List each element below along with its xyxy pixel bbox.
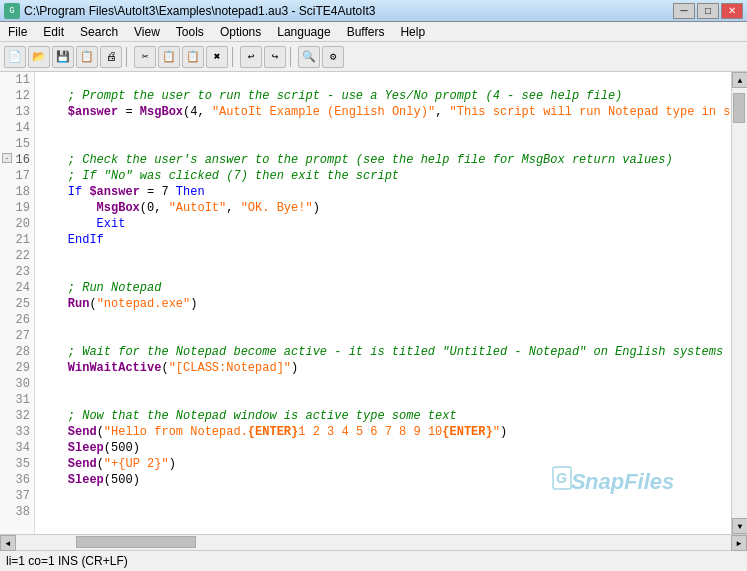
code-line-30 xyxy=(35,376,731,392)
close-button[interactable]: ✕ xyxy=(721,3,743,19)
minimize-button[interactable]: ─ xyxy=(673,3,695,19)
paste-button[interactable]: 📋 xyxy=(182,46,204,68)
gutter-line-33: 33 xyxy=(0,424,34,440)
gutter-line-13: 13 xyxy=(0,104,34,120)
gutter-line-20: 20 xyxy=(0,216,34,232)
window-title: C:\Program Files\AutoIt3\Examples\notepa… xyxy=(24,4,376,18)
code-line-12: ; Prompt the user to run the script - us… xyxy=(35,88,731,104)
code-editor[interactable]: ; Prompt the user to run the script - us… xyxy=(35,72,731,534)
code-line-18: If $answer = 7 Then xyxy=(35,184,731,200)
code-line-33: Send("Hello from Notepad.{ENTER}1 2 3 4 … xyxy=(35,424,731,440)
gutter-line-36: 36 xyxy=(0,472,34,488)
find-button[interactable]: 🔍 xyxy=(298,46,320,68)
gutter-line-28: 28 xyxy=(0,344,34,360)
menu-options[interactable]: Options xyxy=(212,23,269,41)
app-icon: G xyxy=(4,3,20,19)
code-line-15 xyxy=(35,136,731,152)
code-line-11 xyxy=(35,72,731,88)
vscroll-up-button[interactable]: ▲ xyxy=(732,72,747,88)
gutter-line-19: 19 xyxy=(0,200,34,216)
vscroll-thumb[interactable] xyxy=(733,93,745,123)
gutter-line-31: 31 xyxy=(0,392,34,408)
undo-button[interactable]: ↩ xyxy=(240,46,262,68)
code-line-34: Sleep(500) xyxy=(35,440,731,456)
settings-button[interactable]: ⚙ xyxy=(322,46,344,68)
code-line-22 xyxy=(35,248,731,264)
code-line-28: ; Wait for the Notepad become active - i… xyxy=(35,344,731,360)
code-line-31 xyxy=(35,392,731,408)
menu-language[interactable]: Language xyxy=(269,23,338,41)
gutter-line-37: 37 xyxy=(0,488,34,504)
code-line-26 xyxy=(35,312,731,328)
hscroll-left-button[interactable]: ◄ xyxy=(0,535,16,551)
code-line-24: ; Run Notepad xyxy=(35,280,731,296)
save-button[interactable]: 💾 xyxy=(52,46,74,68)
code-line-21: EndIf xyxy=(35,232,731,248)
code-line-19: MsgBox(0, "AutoIt", "OK. Bye!") xyxy=(35,200,731,216)
open-button[interactable]: 📂 xyxy=(28,46,50,68)
menu-edit[interactable]: Edit xyxy=(35,23,72,41)
code-line-17: ; If "No" was clicked (7) then exit the … xyxy=(35,168,731,184)
gutter-line-27: 27 xyxy=(0,328,34,344)
code-line-37 xyxy=(35,488,731,504)
gutter-line-18: 18 xyxy=(0,184,34,200)
titlebar: G C:\Program Files\AutoIt3\Examples\note… xyxy=(0,0,747,22)
gutter-line-30: 30 xyxy=(0,376,34,392)
maximize-button[interactable]: □ xyxy=(697,3,719,19)
statusbar: li=1 co=1 INS (CR+LF) xyxy=(0,550,747,570)
gutter-line-14: 14 xyxy=(0,120,34,136)
toolbar: 📄 📂 💾 📋 🖨 ✂ 📋 📋 ✖ ↩ ↪ 🔍 ⚙ xyxy=(0,42,747,72)
code-line-35: Send("+{UP 2}") xyxy=(35,456,731,472)
gutter-line-24: 24 xyxy=(0,280,34,296)
code-line-29: WinWaitActive("[CLASS:Notepad]") xyxy=(35,360,731,376)
code-line-25: Run("notepad.exe") xyxy=(35,296,731,312)
menu-view[interactable]: View xyxy=(126,23,168,41)
menubar: File Edit Search View Tools Options Lang… xyxy=(0,22,747,42)
menu-file[interactable]: File xyxy=(0,23,35,41)
code-line-38 xyxy=(35,504,731,520)
toolbar-separator-1 xyxy=(126,47,130,67)
redo-button[interactable]: ↪ xyxy=(264,46,286,68)
status-text: li=1 co=1 INS (CR+LF) xyxy=(6,554,128,568)
code-line-23 xyxy=(35,264,731,280)
code-line-14 xyxy=(35,120,731,136)
gutter-line-23: 23 xyxy=(0,264,34,280)
gutter-line-22: 22 xyxy=(0,248,34,264)
vscroll-down-button[interactable]: ▼ xyxy=(732,518,747,534)
hscroll-thumb[interactable] xyxy=(76,536,196,548)
menu-search[interactable]: Search xyxy=(72,23,126,41)
hscroll-right-button[interactable]: ► xyxy=(731,535,747,551)
gutter-line-11: 11 xyxy=(0,72,34,88)
toolbar-separator-2 xyxy=(232,47,236,67)
code-line-36: Sleep(500) xyxy=(35,472,731,488)
gutter-line-26: 26 xyxy=(0,312,34,328)
cut-button[interactable]: ✂ xyxy=(134,46,156,68)
copy-button[interactable]: 📋 xyxy=(158,46,180,68)
print-button[interactable]: 🖨 xyxy=(100,46,122,68)
vscroll-track[interactable] xyxy=(732,88,747,518)
line-number-gutter: 11 12 13 14 15 - 16 17 18 19 20 21 22 23… xyxy=(0,72,35,534)
fold-icon-16[interactable]: - xyxy=(2,153,12,163)
menu-help[interactable]: Help xyxy=(392,23,433,41)
menu-buffers[interactable]: Buffers xyxy=(339,23,393,41)
code-line-32: ; Now that the Notepad window is active … xyxy=(35,408,731,424)
gutter-line-34: 34 xyxy=(0,440,34,456)
code-line-13: $answer = MsgBox(4, "AutoIt Example (Eng… xyxy=(35,104,731,120)
toolbar-separator-3 xyxy=(290,47,294,67)
gutter-line-38: 38 xyxy=(0,504,34,520)
code-line-27 xyxy=(35,328,731,344)
hscroll-track[interactable] xyxy=(16,535,731,550)
new-button[interactable]: 📄 xyxy=(4,46,26,68)
window-controls: ─ □ ✕ xyxy=(673,3,743,19)
gutter-line-32: 32 xyxy=(0,408,34,424)
gutter-line-17: 17 xyxy=(0,168,34,184)
gutter-line-25: 25 xyxy=(0,296,34,312)
menu-tools[interactable]: Tools xyxy=(168,23,212,41)
gutter-line-35: 35 xyxy=(0,456,34,472)
code-line-16: ; Check the user's answer to the prompt … xyxy=(35,152,731,168)
gutter-line-21: 21 xyxy=(0,232,34,248)
copypath-button[interactable]: 📋 xyxy=(76,46,98,68)
code-line-20: Exit xyxy=(35,216,731,232)
delete-button[interactable]: ✖ xyxy=(206,46,228,68)
vertical-scrollbar: ▲ ▼ xyxy=(731,72,747,534)
